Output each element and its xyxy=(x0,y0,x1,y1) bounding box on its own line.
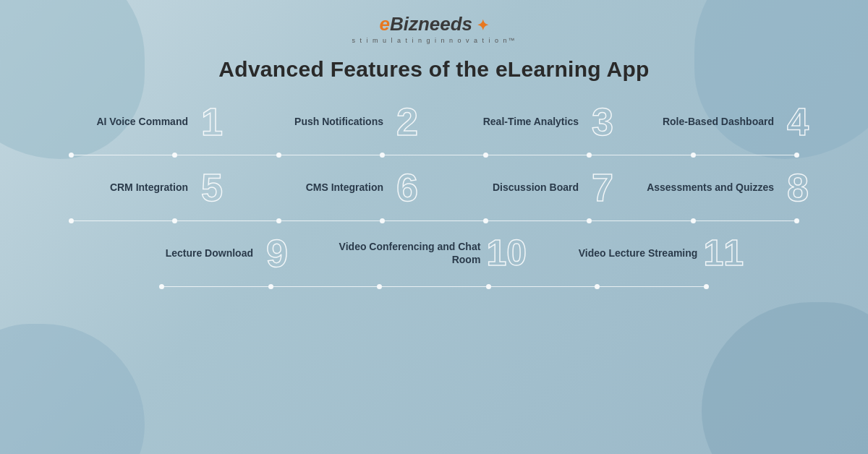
logo-tagline: s t i m u l a t i n g i n n o v a t i o … xyxy=(352,37,516,44)
dot xyxy=(276,218,281,223)
feature-item-11: Video Lecture Streaming 11 xyxy=(535,228,752,278)
line xyxy=(592,220,690,222)
page-title: Advanced Features of the eLearning App xyxy=(218,57,649,82)
line xyxy=(273,286,378,288)
feature-number-11: 11 xyxy=(703,235,744,271)
blob-bottom-right xyxy=(702,302,868,454)
line xyxy=(177,220,276,222)
background: eBizneeds ✦ s t i m u l a t i n g i n n … xyxy=(0,0,868,454)
feature-number-container-7: 7 xyxy=(584,168,621,207)
feature-number-1: 1 xyxy=(194,102,230,141)
logo-main: Bizneeds xyxy=(390,13,472,35)
line xyxy=(696,220,794,222)
feature-number-container-1: 1 xyxy=(194,102,230,141)
dot xyxy=(483,218,488,223)
feature-label-4: Role-Based Dashboard xyxy=(663,115,774,128)
dot xyxy=(486,284,491,289)
feature-number-2: 2 xyxy=(389,102,425,141)
line xyxy=(74,155,172,156)
dot xyxy=(276,153,281,158)
dot xyxy=(587,218,592,223)
features-row-3: Lecture Download 9 Video Conferencing an… xyxy=(29,228,839,278)
blob-bottom-left xyxy=(0,324,145,454)
dot xyxy=(172,218,177,223)
line xyxy=(696,155,794,156)
feature-number-container-8: 8 xyxy=(780,168,816,207)
logo-symbol: ✦ xyxy=(472,17,489,33)
feature-number-container-5: 5 xyxy=(194,168,230,207)
feature-item-10: Video Conferencing and Chat Room 10 xyxy=(304,228,535,278)
feature-item-1: AI Voice Command 1 xyxy=(43,96,239,147)
connector-row-3 xyxy=(29,284,839,289)
feature-label-2: Push Notifications xyxy=(294,115,383,128)
line xyxy=(488,220,587,222)
line xyxy=(600,286,704,288)
feature-label-9: Lecture Download xyxy=(166,247,253,260)
dot xyxy=(380,218,385,223)
feature-label-5: CRM Integration xyxy=(110,181,188,194)
line xyxy=(74,220,172,222)
feature-item-3: Real-Time Analytics 3 xyxy=(434,96,629,147)
feature-label-6: CMS Integration xyxy=(306,181,383,194)
dot xyxy=(595,284,600,289)
connector-row-1 xyxy=(29,153,839,158)
feature-item-5: CRM Integration 5 xyxy=(43,162,239,213)
dot xyxy=(794,153,799,158)
feature-item-4: Role-Based Dashboard 4 xyxy=(629,96,825,147)
line xyxy=(385,220,483,222)
dot xyxy=(172,153,177,158)
feature-number-8: 8 xyxy=(780,168,816,207)
feature-number-container-9: 9 xyxy=(259,234,295,273)
dot xyxy=(691,218,696,223)
dot xyxy=(380,153,385,158)
feature-number-4: 4 xyxy=(780,102,816,141)
dot xyxy=(704,284,709,289)
dot xyxy=(483,153,488,158)
feature-number-7: 7 xyxy=(584,168,621,207)
feature-number-container-2: 2 xyxy=(389,102,425,141)
feature-item-8: Assessments and Quizzes 8 xyxy=(629,162,825,213)
feature-number-container-6: 6 xyxy=(389,168,425,207)
feature-number-container-3: 3 xyxy=(584,102,621,141)
feature-number-9: 9 xyxy=(259,234,295,273)
features-container: AI Voice Command 1 Push Notifications 2 … xyxy=(0,82,868,301)
feature-number-container-10: 10 xyxy=(486,235,527,271)
dot xyxy=(69,153,74,158)
feature-label-10: Video Conferencing and Chat Room xyxy=(312,240,480,266)
feature-number-container-11: 11 xyxy=(703,235,744,271)
feature-item-9: Lecture Download 9 xyxy=(116,228,304,278)
dot xyxy=(587,153,592,158)
line xyxy=(488,155,587,156)
dot xyxy=(159,284,164,289)
feature-number-3: 3 xyxy=(584,102,621,141)
logo: eBizneeds ✦ s t i m u l a t i n g i n n … xyxy=(352,13,516,44)
dot xyxy=(794,218,799,223)
dot xyxy=(69,218,74,223)
line xyxy=(592,155,690,156)
feature-item-2: Push Notifications 2 xyxy=(239,96,434,147)
feature-item-6: CMS Integration 6 xyxy=(239,162,434,213)
line xyxy=(164,286,268,288)
dot xyxy=(691,153,696,158)
line xyxy=(281,220,380,222)
feature-label-11: Video Lecture Streaming xyxy=(579,247,698,260)
logo-text: eBizneeds ✦ xyxy=(379,13,488,35)
connector-row-2 xyxy=(29,218,839,223)
feature-label-3: Real-Time Analytics xyxy=(483,115,579,128)
dot xyxy=(268,284,273,289)
feature-number-5: 5 xyxy=(194,168,230,207)
line xyxy=(491,286,595,288)
features-row-2: CRM Integration 5 CMS Integration 6 Disc… xyxy=(29,162,839,213)
line xyxy=(177,155,276,156)
line xyxy=(281,155,380,156)
feature-label-8: Assessments and Quizzes xyxy=(647,181,774,194)
logo-e: e xyxy=(379,13,389,35)
line xyxy=(385,155,483,156)
line xyxy=(382,286,486,288)
feature-number-container-4: 4 xyxy=(780,102,816,141)
features-row-1: AI Voice Command 1 Push Notifications 2 … xyxy=(29,96,839,147)
dot xyxy=(377,284,382,289)
feature-number-10: 10 xyxy=(486,235,527,271)
feature-label-7: Discussion Board xyxy=(493,181,579,194)
feature-number-6: 6 xyxy=(389,168,425,207)
